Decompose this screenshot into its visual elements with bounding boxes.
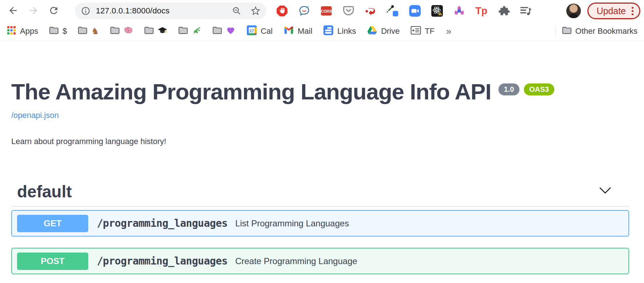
- extensions-puzzle-icon[interactable]: [497, 5, 510, 17]
- bookmark-tf[interactable]: TF: [411, 25, 435, 38]
- pocket-icon[interactable]: [342, 5, 355, 17]
- page-info-icon[interactable]: [81, 6, 91, 16]
- folder-icon: [212, 25, 222, 37]
- back-button[interactable]: [6, 4, 20, 18]
- carousel-horse-icon: ♞: [91, 27, 99, 36]
- tp-label: Tp: [476, 5, 488, 17]
- bookmarks-bar: Apps $ ♞ 27 Cal Mail Links Drive: [0, 22, 644, 41]
- url-text[interactable]: 127.0.0.1:8000/docs: [96, 6, 170, 16]
- red-arrow-icon[interactable]: [364, 5, 377, 17]
- folder-icon: [562, 25, 572, 37]
- bookmark-links[interactable]: Links: [323, 25, 356, 38]
- tag-section-default[interactable]: default: [11, 177, 629, 206]
- folder-icon: [78, 25, 87, 37]
- bookmark-gmail[interactable]: Mail: [284, 25, 312, 38]
- method-badge-get: GET: [17, 215, 88, 232]
- color-picker-icon[interactable]: [387, 5, 399, 17]
- openapi-spec-link[interactable]: /openapi.json: [11, 111, 59, 120]
- zoom-out-icon[interactable]: [232, 6, 242, 16]
- other-bookmarks-label: Other Bookmarks: [575, 26, 637, 36]
- bookmark-folder-herb[interactable]: [178, 25, 201, 37]
- bookmark-calendar[interactable]: 27 Cal: [246, 25, 273, 38]
- method-badge-post: POST: [17, 253, 88, 270]
- forward-button[interactable]: [26, 4, 41, 18]
- browser-menu-icon[interactable]: [632, 7, 633, 15]
- bookmarks-overflow-chevron[interactable]: »: [445, 26, 452, 37]
- update-label: Update: [596, 6, 626, 16]
- adblock-icon[interactable]: [276, 5, 288, 17]
- endpoint-summary: Create Programming Language: [235, 256, 357, 266]
- cors-icon[interactable]: CORS: [320, 5, 333, 17]
- apps-shortcut[interactable]: Apps: [7, 25, 38, 37]
- endpoint-path: /programming_languages: [97, 255, 228, 267]
- calendar-day: 27: [249, 28, 254, 33]
- google-drive-icon: [367, 25, 378, 38]
- bookmarks-divider: [555, 26, 555, 37]
- address-bar[interactable]: 127.0.0.1:8000/docs: [75, 3, 266, 19]
- back-icon: [8, 5, 19, 17]
- bookmark-folder-brain[interactable]: [110, 25, 133, 37]
- chat-bubble-icon[interactable]: [298, 5, 310, 17]
- extensions-bar: CORS Tp: [276, 5, 532, 17]
- api-description: Learn about programming language history…: [11, 137, 629, 146]
- cors-label: CORS: [321, 9, 332, 13]
- chevron-down-icon[interactable]: [599, 187, 611, 196]
- bookmark-folder-graduation[interactable]: [144, 25, 167, 37]
- browser-toolbar: 127.0.0.1:8000/docs CORS: [0, 0, 644, 22]
- herb-icon: [192, 25, 201, 37]
- purple-heart-icon: [226, 25, 236, 37]
- graduation-cap-icon: [158, 25, 167, 37]
- links-icon: [323, 25, 334, 38]
- google-calendar-icon: 27: [246, 25, 257, 38]
- tag-name: default: [17, 182, 72, 201]
- tf-label: TF: [425, 26, 435, 36]
- endpoint-row-post[interactable]: POST /programming_languages Create Progr…: [11, 248, 629, 274]
- version-badge: 1.0: [498, 83, 519, 95]
- media-playlist-icon[interactable]: [519, 5, 532, 17]
- react-devtools-icon[interactable]: [431, 5, 443, 17]
- other-bookmarks[interactable]: Other Bookmarks: [562, 25, 637, 37]
- folder-label: $: [62, 26, 67, 36]
- endpoint-row-get[interactable]: GET /programming_languages List Programm…: [11, 210, 629, 237]
- gmail-label: Mail: [298, 26, 312, 36]
- bookmark-folder-dollar[interactable]: $: [49, 25, 67, 37]
- apps-label: Apps: [20, 26, 38, 36]
- page-title: The Amazing Programming Language Info AP…: [11, 78, 491, 105]
- drive-label: Drive: [381, 26, 400, 36]
- bookmark-star-icon[interactable]: [250, 6, 261, 16]
- calendar-label: Cal: [261, 26, 273, 36]
- bookmark-folder-heart[interactable]: [212, 25, 236, 37]
- oas3-badge: OAS3: [524, 83, 554, 95]
- endpoint-summary: List Programming Languages: [235, 218, 349, 229]
- forward-icon: [28, 5, 39, 17]
- apps-grid-icon: [7, 25, 16, 37]
- folder-icon: [144, 25, 154, 37]
- reload-button[interactable]: [46, 4, 61, 18]
- folder-icon: [110, 25, 120, 37]
- bookmark-drive[interactable]: Drive: [367, 25, 400, 38]
- gmail-icon: [284, 25, 294, 38]
- zoom-video-icon[interactable]: [409, 5, 421, 17]
- brain-icon: [123, 25, 133, 37]
- folder-icon: [49, 25, 59, 37]
- bookmark-folder-horse[interactable]: ♞: [78, 25, 99, 37]
- swagger-page: The Amazing Programming Language Info AP…: [0, 78, 644, 274]
- folder-icon: [178, 25, 188, 37]
- links-label: Links: [337, 26, 356, 36]
- profile-avatar[interactable]: [566, 4, 581, 18]
- reload-icon: [48, 5, 59, 17]
- pink-recycle-icon[interactable]: [453, 5, 465, 17]
- announcement-doc-icon: [411, 25, 421, 38]
- tp-icon[interactable]: Tp: [475, 5, 488, 17]
- endpoint-path: /programming_languages: [97, 217, 228, 229]
- api-info-header: The Amazing Programming Language Info AP…: [11, 78, 629, 105]
- update-button[interactable]: Update: [587, 3, 640, 19]
